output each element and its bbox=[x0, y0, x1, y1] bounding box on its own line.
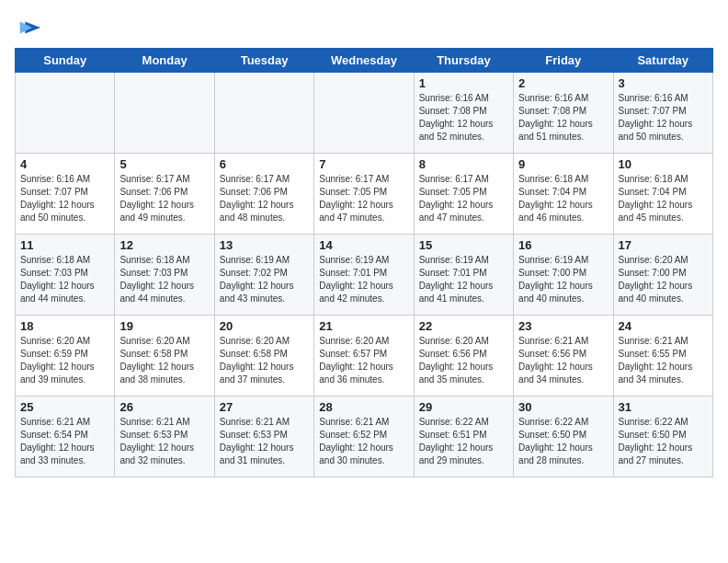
day-number: 19 bbox=[119, 319, 209, 333]
day-number: 24 bbox=[619, 319, 708, 333]
day-number: 28 bbox=[319, 400, 408, 414]
day-cell bbox=[314, 73, 414, 154]
day-cell: 26Sunrise: 6:21 AM Sunset: 6:53 PM Dayli… bbox=[115, 396, 214, 477]
day-cell: 28Sunrise: 6:21 AM Sunset: 6:52 PM Dayli… bbox=[314, 396, 414, 477]
day-cell: 6Sunrise: 6:17 AM Sunset: 7:06 PM Daylig… bbox=[214, 154, 313, 235]
day-cell: 1Sunrise: 6:16 AM Sunset: 7:08 PM Daylig… bbox=[414, 73, 513, 154]
day-number: 12 bbox=[119, 238, 209, 252]
day-number: 20 bbox=[220, 319, 309, 333]
day-number: 13 bbox=[220, 238, 309, 252]
day-info: Sunrise: 6:19 AM Sunset: 7:01 PM Dayligh… bbox=[319, 254, 408, 305]
day-info: Sunrise: 6:21 AM Sunset: 6:55 PM Dayligh… bbox=[619, 335, 708, 386]
day-cell: 22Sunrise: 6:20 AM Sunset: 6:56 PM Dayli… bbox=[414, 316, 513, 396]
page-header bbox=[15, 15, 713, 40]
header-row: Sunday Monday Tuesday Wednesday Thursday… bbox=[16, 49, 713, 73]
day-info: Sunrise: 6:19 AM Sunset: 7:02 PM Dayligh… bbox=[220, 254, 309, 305]
day-cell: 12Sunrise: 6:18 AM Sunset: 7:03 PM Dayli… bbox=[115, 235, 214, 316]
day-cell: 18Sunrise: 6:20 AM Sunset: 6:59 PM Dayli… bbox=[16, 316, 115, 396]
day-number: 3 bbox=[619, 76, 708, 90]
day-cell: 4Sunrise: 6:16 AM Sunset: 7:07 PM Daylig… bbox=[16, 154, 115, 235]
day-number: 23 bbox=[518, 319, 608, 333]
logo bbox=[15, 15, 42, 40]
day-info: Sunrise: 6:17 AM Sunset: 7:06 PM Dayligh… bbox=[119, 173, 209, 224]
day-cell: 25Sunrise: 6:21 AM Sunset: 6:54 PM Dayli… bbox=[16, 396, 115, 477]
day-info: Sunrise: 6:20 AM Sunset: 7:00 PM Dayligh… bbox=[619, 254, 708, 305]
day-number: 5 bbox=[119, 157, 209, 171]
day-number: 7 bbox=[319, 157, 408, 171]
week-row-2: 4Sunrise: 6:16 AM Sunset: 7:07 PM Daylig… bbox=[16, 154, 713, 235]
day-number: 17 bbox=[619, 238, 708, 252]
day-number: 8 bbox=[419, 157, 508, 171]
day-cell: 27Sunrise: 6:21 AM Sunset: 6:53 PM Dayli… bbox=[214, 396, 313, 477]
day-info: Sunrise: 6:16 AM Sunset: 7:07 PM Dayligh… bbox=[20, 173, 109, 224]
day-number: 29 bbox=[419, 400, 508, 414]
day-number: 2 bbox=[518, 76, 608, 90]
day-info: Sunrise: 6:21 AM Sunset: 6:56 PM Dayligh… bbox=[518, 335, 608, 386]
day-cell bbox=[115, 73, 214, 154]
col-monday: Monday bbox=[115, 49, 214, 73]
day-info: Sunrise: 6:16 AM Sunset: 7:07 PM Dayligh… bbox=[619, 92, 708, 144]
col-sunday: Sunday bbox=[16, 49, 115, 73]
day-number: 25 bbox=[20, 400, 109, 414]
day-number: 9 bbox=[518, 157, 608, 171]
day-info: Sunrise: 6:21 AM Sunset: 6:53 PM Dayligh… bbox=[119, 416, 209, 467]
day-info: Sunrise: 6:18 AM Sunset: 7:03 PM Dayligh… bbox=[20, 254, 109, 305]
day-cell: 23Sunrise: 6:21 AM Sunset: 6:56 PM Dayli… bbox=[514, 316, 613, 396]
day-cell: 8Sunrise: 6:17 AM Sunset: 7:05 PM Daylig… bbox=[414, 154, 513, 235]
day-cell: 15Sunrise: 6:19 AM Sunset: 7:01 PM Dayli… bbox=[414, 235, 513, 316]
day-cell bbox=[214, 73, 313, 154]
day-cell: 19Sunrise: 6:20 AM Sunset: 6:58 PM Dayli… bbox=[115, 316, 214, 396]
day-info: Sunrise: 6:17 AM Sunset: 7:05 PM Dayligh… bbox=[319, 173, 408, 224]
day-cell: 9Sunrise: 6:18 AM Sunset: 7:04 PM Daylig… bbox=[514, 154, 613, 235]
calendar-table: Sunday Monday Tuesday Wednesday Thursday… bbox=[15, 48, 713, 477]
calendar-header: Sunday Monday Tuesday Wednesday Thursday… bbox=[16, 49, 713, 73]
day-info: Sunrise: 6:18 AM Sunset: 7:03 PM Dayligh… bbox=[119, 254, 209, 305]
day-number: 16 bbox=[518, 238, 608, 252]
day-info: Sunrise: 6:20 AM Sunset: 6:58 PM Dayligh… bbox=[220, 335, 309, 386]
day-number: 6 bbox=[220, 157, 309, 171]
day-number: 11 bbox=[20, 238, 109, 252]
day-info: Sunrise: 6:16 AM Sunset: 7:08 PM Dayligh… bbox=[518, 92, 608, 144]
col-tuesday: Tuesday bbox=[214, 49, 313, 73]
day-info: Sunrise: 6:22 AM Sunset: 6:50 PM Dayligh… bbox=[518, 416, 608, 467]
day-cell: 10Sunrise: 6:18 AM Sunset: 7:04 PM Dayli… bbox=[613, 154, 712, 235]
logo-icon bbox=[17, 15, 42, 40]
day-number: 4 bbox=[20, 157, 109, 171]
calendar-body: 1Sunrise: 6:16 AM Sunset: 7:08 PM Daylig… bbox=[16, 73, 713, 477]
col-saturday: Saturday bbox=[613, 49, 712, 73]
day-cell: 17Sunrise: 6:20 AM Sunset: 7:00 PM Dayli… bbox=[613, 235, 712, 316]
day-number: 26 bbox=[119, 400, 209, 414]
day-info: Sunrise: 6:16 AM Sunset: 7:08 PM Dayligh… bbox=[419, 92, 508, 144]
col-wednesday: Wednesday bbox=[314, 49, 414, 73]
day-info: Sunrise: 6:22 AM Sunset: 6:50 PM Dayligh… bbox=[619, 416, 708, 467]
day-cell: 29Sunrise: 6:22 AM Sunset: 6:51 PM Dayli… bbox=[414, 396, 513, 477]
day-info: Sunrise: 6:17 AM Sunset: 7:05 PM Dayligh… bbox=[419, 173, 508, 224]
day-info: Sunrise: 6:18 AM Sunset: 7:04 PM Dayligh… bbox=[518, 173, 608, 224]
day-cell: 30Sunrise: 6:22 AM Sunset: 6:50 PM Dayli… bbox=[514, 396, 613, 477]
day-cell: 7Sunrise: 6:17 AM Sunset: 7:05 PM Daylig… bbox=[314, 154, 414, 235]
day-cell: 14Sunrise: 6:19 AM Sunset: 7:01 PM Dayli… bbox=[314, 235, 414, 316]
day-info: Sunrise: 6:17 AM Sunset: 7:06 PM Dayligh… bbox=[220, 173, 309, 224]
day-number: 10 bbox=[619, 157, 708, 171]
day-cell: 5Sunrise: 6:17 AM Sunset: 7:06 PM Daylig… bbox=[115, 154, 214, 235]
day-info: Sunrise: 6:21 AM Sunset: 6:53 PM Dayligh… bbox=[220, 416, 309, 467]
day-cell: 3Sunrise: 6:16 AM Sunset: 7:07 PM Daylig… bbox=[613, 73, 712, 154]
col-thursday: Thursday bbox=[414, 49, 513, 73]
day-info: Sunrise: 6:20 AM Sunset: 6:58 PM Dayligh… bbox=[119, 335, 209, 386]
day-number: 1 bbox=[419, 76, 508, 90]
day-number: 14 bbox=[319, 238, 408, 252]
day-number: 18 bbox=[20, 319, 109, 333]
day-number: 27 bbox=[220, 400, 309, 414]
day-number: 22 bbox=[419, 319, 508, 333]
day-info: Sunrise: 6:19 AM Sunset: 7:01 PM Dayligh… bbox=[419, 254, 508, 305]
day-info: Sunrise: 6:21 AM Sunset: 6:54 PM Dayligh… bbox=[20, 416, 109, 467]
day-info: Sunrise: 6:18 AM Sunset: 7:04 PM Dayligh… bbox=[619, 173, 708, 224]
day-cell: 21Sunrise: 6:20 AM Sunset: 6:57 PM Dayli… bbox=[314, 316, 414, 396]
day-number: 31 bbox=[619, 400, 708, 414]
day-number: 21 bbox=[319, 319, 408, 333]
day-info: Sunrise: 6:20 AM Sunset: 6:59 PM Dayligh… bbox=[20, 335, 109, 386]
day-info: Sunrise: 6:21 AM Sunset: 6:52 PM Dayligh… bbox=[319, 416, 408, 467]
day-cell: 11Sunrise: 6:18 AM Sunset: 7:03 PM Dayli… bbox=[16, 235, 115, 316]
day-info: Sunrise: 6:19 AM Sunset: 7:00 PM Dayligh… bbox=[518, 254, 608, 305]
day-info: Sunrise: 6:20 AM Sunset: 6:56 PM Dayligh… bbox=[419, 335, 508, 386]
